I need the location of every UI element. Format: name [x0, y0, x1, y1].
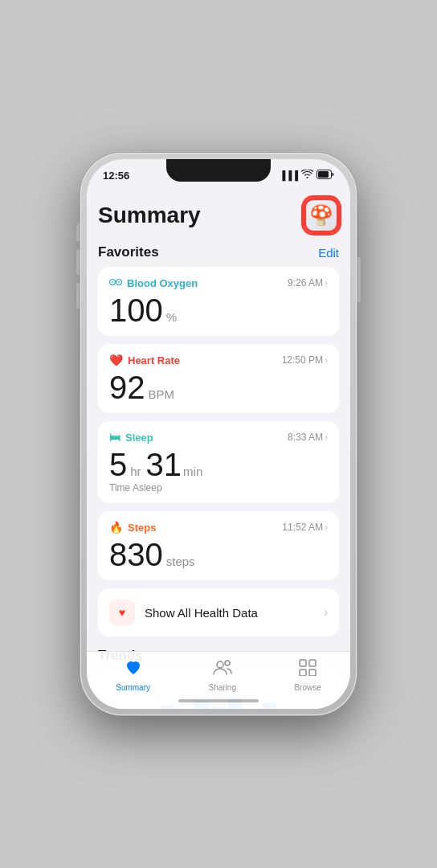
- sleep-hours-unit: hr: [130, 465, 141, 478]
- blood-oxygen-time: 9:26 AM ›: [288, 277, 328, 289]
- heart-rate-value: 92 BPM: [109, 371, 328, 403]
- steps-label: 🔥 Steps: [109, 521, 156, 534]
- sleep-icon: 🛏: [109, 431, 120, 444]
- wifi-icon: [301, 170, 313, 181]
- signal-icon: ▐▐▐: [280, 170, 298, 180]
- browse-tab-label: Browse: [294, 683, 321, 692]
- page-title: Summary: [98, 203, 201, 228]
- battery-icon: [317, 170, 334, 182]
- steps-text: Steps: [128, 522, 156, 534]
- status-time: 12:56: [103, 170, 129, 182]
- edit-button[interactable]: Edit: [318, 246, 339, 260]
- sleep-header: 🛏 Sleep 8:33 AM ›: [109, 431, 328, 444]
- sharing-tab-label: Sharing: [208, 683, 235, 692]
- svg-rect-8: [300, 660, 306, 666]
- show-all-icon: ♥: [109, 600, 135, 625]
- favorites-section-header: Favorites Edit: [98, 244, 339, 260]
- show-all-heart-icon: ♥: [119, 606, 125, 619]
- sleep-sub-label: Time Asleep: [109, 482, 328, 493]
- heart-rate-label: ❤️ Heart Rate: [109, 354, 180, 366]
- svg-rect-10: [300, 669, 306, 676]
- tab-sharing[interactable]: Sharing: [208, 658, 235, 692]
- svg-point-5: [118, 281, 120, 284]
- blood-oxygen-chevron: ›: [325, 277, 328, 289]
- summary-tab-icon: [124, 658, 143, 681]
- heart-rate-icon: ❤️: [109, 354, 123, 366]
- sleep-value: 5 hr 31 min: [109, 448, 328, 481]
- header: Summary 🍄: [98, 188, 339, 240]
- favorites-title: Favorites: [98, 244, 159, 260]
- blood-oxygen-value: 100 %: [109, 294, 328, 326]
- notch: [166, 159, 271, 182]
- steps-main-value: 830: [109, 538, 163, 571]
- svg-rect-1: [318, 171, 329, 178]
- phone-screen: 12:56 ▐▐▐: [87, 159, 350, 709]
- show-all-health-card[interactable]: ♥ Show All Health Data ›: [98, 588, 339, 637]
- sharing-tab-icon: [212, 658, 233, 681]
- sleep-chevron: ›: [325, 432, 328, 443]
- blood-oxygen-unit: %: [166, 310, 177, 324]
- steps-icon: 🔥: [109, 521, 123, 534]
- sleep-time: 8:33 AM ›: [288, 432, 328, 443]
- home-indicator: [178, 699, 259, 702]
- sleep-minutes-unit: min: [183, 465, 202, 478]
- steps-card[interactable]: 🔥 Steps 11:52 AM › 830 steps: [98, 511, 339, 580]
- screen-content[interactable]: Summary 🍄 Favorites Edit: [87, 188, 350, 709]
- blood-oxygen-text: Blood Oxygen: [127, 277, 198, 289]
- heart-rate-time: 12:50 PM ›: [282, 354, 328, 366]
- heart-rate-card[interactable]: ❤️ Heart Rate 12:50 PM › 92 BPM: [98, 344, 339, 413]
- steps-unit: steps: [166, 555, 195, 568]
- svg-rect-11: [309, 669, 316, 676]
- blood-oxygen-header: Blood Oxygen 9:26 AM ›: [109, 276, 328, 289]
- status-icons: ▐▐▐: [280, 170, 334, 182]
- svg-point-6: [217, 661, 223, 668]
- sleep-card[interactable]: 🛏 Sleep 8:33 AM › 5 hr 31 min: [98, 421, 339, 503]
- volume-up-button[interactable]: [76, 249, 80, 275]
- heart-rate-chevron: ›: [325, 354, 328, 366]
- steps-time: 11:52 AM ›: [282, 522, 328, 533]
- summary-tab-label: Summary: [116, 683, 150, 692]
- steps-value: 830 steps: [109, 538, 328, 571]
- steps-chevron: ›: [325, 522, 328, 533]
- sleep-hours-value: 5: [109, 448, 127, 481]
- svg-rect-9: [309, 660, 316, 666]
- blood-oxygen-label: Blood Oxygen: [109, 276, 198, 289]
- volume-down-button[interactable]: [76, 283, 80, 309]
- svg-point-4: [112, 281, 114, 284]
- blood-oxygen-icon: [109, 276, 122, 289]
- tab-browse[interactable]: Browse: [294, 658, 321, 692]
- power-button[interactable]: [357, 257, 361, 302]
- sleep-label: 🛏 Sleep: [109, 431, 153, 444]
- heart-rate-header: ❤️ Heart Rate 12:50 PM ›: [109, 354, 328, 366]
- browse-tab-icon: [298, 658, 317, 681]
- steps-header: 🔥 Steps 11:52 AM ›: [109, 521, 328, 534]
- sleep-minutes-value: 31: [146, 448, 182, 481]
- tab-summary[interactable]: Summary: [116, 658, 150, 692]
- phone-frame: 12:56 ▐▐▐: [80, 153, 357, 715]
- heart-rate-text: Heart Rate: [128, 354, 180, 366]
- blood-oxygen-main-value: 100: [109, 294, 163, 326]
- heart-rate-main-value: 92: [109, 371, 145, 403]
- blood-oxygen-time-value: 9:26 AM: [288, 277, 323, 289]
- silent-button[interactable]: [76, 223, 80, 241]
- sleep-text: Sleep: [125, 432, 153, 444]
- steps-time-value: 11:52 AM: [282, 522, 323, 533]
- svg-point-7: [225, 661, 230, 665]
- show-all-text: Show All Health Data: [145, 606, 314, 620]
- heart-rate-time-value: 12:50 PM: [282, 354, 323, 366]
- show-all-chevron: ›: [324, 605, 328, 620]
- app-icon-button[interactable]: 🍄: [304, 198, 339, 233]
- blood-oxygen-card[interactable]: Blood Oxygen 9:26 AM › 100 %: [98, 267, 339, 336]
- sleep-time-value: 8:33 AM: [288, 432, 323, 443]
- heart-rate-unit: BPM: [149, 387, 175, 401]
